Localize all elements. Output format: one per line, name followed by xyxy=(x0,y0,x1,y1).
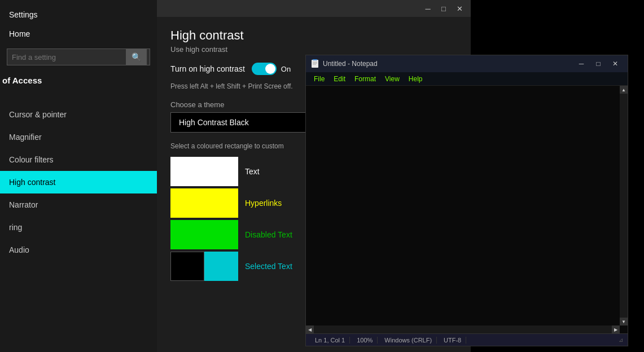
toggle-knob xyxy=(265,64,275,74)
notepad-menu-edit[interactable]: Edit xyxy=(329,74,350,84)
sidebar-item-ring[interactable]: ring xyxy=(0,216,157,239)
sidebar-item-cursor[interactable]: Cursor & pointer xyxy=(0,103,157,126)
notepad-status-line-ending: Windows (CRLF) xyxy=(380,337,437,344)
sidebar-section-title: of Access xyxy=(0,70,157,87)
notepad-maximize-button[interactable]: □ xyxy=(590,58,606,69)
settings-maximize-button[interactable]: □ xyxy=(436,2,452,15)
disabled-text-color-swatch[interactable] xyxy=(170,220,238,249)
notepad-menu-view[interactable]: View xyxy=(380,74,404,84)
notepad-status-encoding: UTF-8 xyxy=(439,337,466,344)
notepad-editor[interactable] xyxy=(306,86,628,325)
notepad-close-button[interactable]: ✕ xyxy=(607,58,623,69)
notepad-status-zoom: 100% xyxy=(352,337,378,344)
notepad-menu-file[interactable]: File xyxy=(309,74,329,84)
scroll-up-arrow[interactable]: ▲ xyxy=(620,86,628,94)
search-button[interactable]: 🔍 xyxy=(126,49,147,65)
search-bar: 🔍 xyxy=(7,49,150,65)
sidebar-item-vision[interactable] xyxy=(0,90,157,103)
scroll-left-arrow[interactable]: ◀ xyxy=(306,325,314,333)
hyperlinks-color-swatch[interactable] xyxy=(170,188,238,218)
notepad-window: Untitled - Notepad ─ □ ✕ File Edit Forma… xyxy=(305,55,628,346)
sidebar-item-high-contrast[interactable]: High contrast xyxy=(0,171,157,193)
page-subtitle: Use high contrast xyxy=(170,45,457,54)
scroll-track-v xyxy=(620,94,628,318)
svg-rect-1 xyxy=(313,59,317,60)
horizontal-scrollbar[interactable]: ◀ ▶ xyxy=(306,325,620,333)
text-color-swatch[interactable] xyxy=(170,157,238,186)
sidebar-item-narrator[interactable]: Narrator xyxy=(0,193,157,216)
sidebar-nav: Cursor & pointer Magnifier Colour filter… xyxy=(0,90,157,261)
scroll-track-h xyxy=(314,325,612,333)
sidebar-item-colour-filters[interactable]: Colour filters xyxy=(0,148,157,171)
sidebar: Settings Home 🔍 of Access Cursor & point… xyxy=(0,0,157,352)
settings-close-button[interactable]: ✕ xyxy=(452,2,467,15)
vertical-scrollbar[interactable]: ▲ ▼ xyxy=(620,86,628,325)
page-title: High contrast xyxy=(170,28,457,43)
selected-text-swatch-color[interactable] xyxy=(204,252,238,281)
sidebar-item-audio[interactable]: Audio xyxy=(0,239,157,261)
selected-text-color-label: Selected Text xyxy=(245,262,292,271)
toggle-label: Turn on high contrast xyxy=(170,64,245,73)
scroll-down-arrow[interactable]: ▼ xyxy=(620,318,628,325)
notepad-win-controls: ─ □ ✕ xyxy=(573,58,623,69)
notepad-menubar: File Edit Format View Help xyxy=(306,72,628,86)
notepad-app-icon xyxy=(310,59,319,68)
resize-grip-icon: ⊿ xyxy=(619,337,623,343)
notepad-menu-format[interactable]: Format xyxy=(350,74,380,84)
disabled-text-color-label: Disabled Text xyxy=(245,230,292,239)
scroll-right-arrow[interactable]: ▶ xyxy=(612,325,620,333)
selected-text-swatch-dark[interactable] xyxy=(170,252,204,281)
settings-titlebar: ─ □ ✕ xyxy=(157,0,471,17)
search-input[interactable] xyxy=(7,50,126,65)
notepad-menu-help[interactable]: Help xyxy=(404,74,427,84)
notepad-statusbar: Ln 1, Col 1 100% Windows (CRLF) UTF-8 ⊿ xyxy=(306,333,628,346)
high-contrast-toggle[interactable] xyxy=(252,63,277,75)
hyperlinks-color-label: Hyperlinks xyxy=(245,199,282,208)
text-color-label: Text xyxy=(245,167,260,176)
notepad-title-text: Untitled - Notepad xyxy=(323,60,573,68)
svg-rect-0 xyxy=(312,60,318,68)
settings-minimize-button[interactable]: ─ xyxy=(420,2,436,15)
notepad-editor-area: ▲ ▼ ◀ ▶ xyxy=(306,86,628,333)
sidebar-item-home[interactable]: Home xyxy=(0,24,157,44)
notepad-titlebar: Untitled - Notepad ─ □ ✕ xyxy=(306,55,628,72)
sidebar-item-magnifier[interactable]: Magnifier xyxy=(0,126,157,148)
notepad-minimize-button[interactable]: ─ xyxy=(573,58,589,69)
toggle-state-text: On xyxy=(281,65,291,73)
sidebar-header: Settings xyxy=(0,0,157,24)
notepad-status-position: Ln 1, Col 1 xyxy=(310,337,350,344)
